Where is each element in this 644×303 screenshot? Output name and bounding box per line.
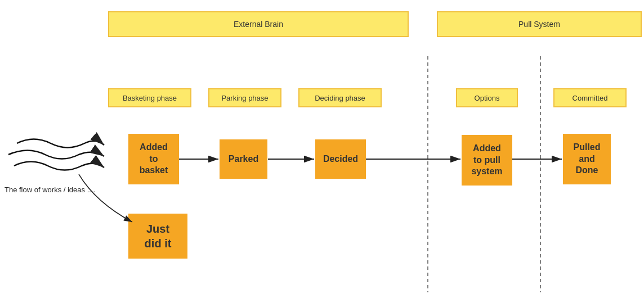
added-to-pull-sticky: Added to pull system [462, 135, 512, 186]
added-to-basket-text: Added to basket [140, 142, 168, 177]
committed-phase-text: Committed [573, 94, 608, 102]
basketing-phase-label: Basketing phase [108, 88, 191, 107]
parked-sticky: Parked [220, 139, 267, 179]
just-did-it-sticky: Just did it [128, 214, 187, 259]
committed-phase-label: Committed [553, 88, 627, 107]
parking-phase-label: Parking phase [208, 88, 281, 107]
options-phase-text: Options [475, 94, 500, 102]
parking-phase-text: Parking phase [221, 94, 268, 102]
external-brain-label: External Brain [234, 20, 283, 29]
deciding-phase-text: Deciding phase [315, 94, 365, 102]
basketing-phase-text: Basketing phase [123, 94, 177, 102]
decided-text: Decided [323, 153, 358, 165]
pulled-and-done-text: Pulled and Done [573, 142, 600, 177]
pull-system-banner: Pull System [437, 11, 642, 37]
added-to-pull-text: Added to pull system [471, 143, 502, 178]
options-phase-label: Options [456, 88, 518, 107]
diagram-container: External Brain Pull System Basketing pha… [0, 0, 644, 303]
flow-text: The flow of works / ideas .... [5, 186, 95, 194]
flow-text-label: The flow of works / ideas .... [5, 186, 95, 194]
parked-text: Parked [229, 153, 258, 165]
added-to-basket-sticky: Added to basket [128, 134, 179, 184]
decided-sticky: Decided [315, 139, 366, 179]
pulled-and-done-sticky: Pulled and Done [563, 134, 611, 184]
deciding-phase-label: Deciding phase [298, 88, 382, 107]
pull-system-label: Pull System [518, 20, 560, 29]
external-brain-banner: External Brain [108, 11, 409, 37]
just-did-it-text: Just did it [145, 221, 172, 251]
